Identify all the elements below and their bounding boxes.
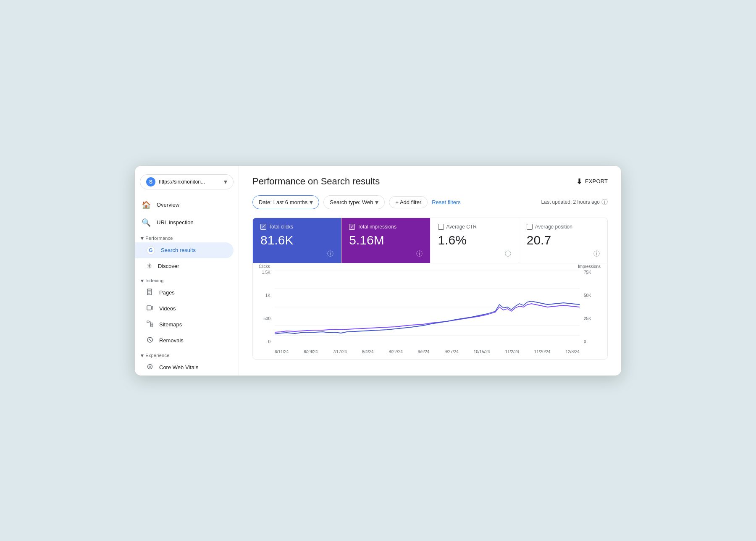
metric-checkbox-avg-position[interactable] [527, 224, 533, 230]
core-web-vitals-icon [147, 363, 153, 372]
y-label: 500 [263, 316, 270, 321]
metric-value-avg-position: 20.7 [527, 233, 600, 247]
sidebar: S https://sirixmonitori... ▾ 🏠 Overview … [135, 166, 239, 376]
checkmark-icon: ✓ [350, 224, 354, 229]
y-label: 1.5K [262, 270, 270, 275]
x-label: 7/17/24 [333, 349, 347, 354]
videos-icon [147, 305, 153, 313]
y-label: 25K [584, 316, 591, 321]
sitemaps-icon [147, 320, 153, 329]
last-updated: Last updated: 2 hours ago ⓘ [541, 198, 608, 206]
y-label: 0 [268, 339, 270, 344]
search-type-label: Search type: Web [330, 199, 373, 205]
sidebar-section-experience[interactable]: ▾ Experience [135, 349, 239, 360]
x-label: 8/4/24 [362, 349, 374, 354]
metric-label: Average CTR [446, 224, 477, 230]
date-filter-button[interactable]: Date: Last 6 months ▾ [252, 195, 319, 209]
help-icon[interactable]: ⓘ [505, 250, 511, 258]
removals-icon [147, 336, 153, 345]
reset-filters-label: Reset filters [432, 199, 461, 205]
metric-card-total-impressions[interactable]: ✓ Total impressions 5.16M ⓘ [341, 218, 430, 263]
svg-rect-4 [147, 306, 151, 310]
x-label: 11/2/24 [505, 349, 519, 354]
sidebar-item-overview[interactable]: 🏠 Overview [135, 196, 234, 214]
main-content: Performance on Search results ⬇ EXPORT D… [239, 166, 621, 376]
metric-checkbox-avg-ctr[interactable] [438, 224, 444, 230]
metric-card-header: ✓ Total clicks [260, 224, 333, 230]
metric-value-avg-ctr: 1.6% [438, 233, 511, 247]
sidebar-item-url-inspection[interactable]: 🔍 URL inspection [135, 214, 234, 231]
metric-card-total-clicks[interactable]: ✓ Total clicks 81.6K ⓘ [253, 218, 341, 263]
x-label: 6/11/24 [275, 349, 289, 354]
metric-card-header: Average position [527, 224, 600, 230]
chart-area: Clicks Impressions 1.5K 1K 500 0 75K 50K… [258, 270, 601, 354]
chart-container: Clicks Impressions 1.5K 1K 500 0 75K 50K… [252, 263, 608, 360]
filters-row: Date: Last 6 months ▾ Search type: Web ▾… [252, 195, 608, 209]
site-selector[interactable]: S https://sirixmonitori... ▾ [140, 174, 234, 189]
sidebar-section-label: Performance [145, 236, 173, 241]
sidebar-item-label: Pages [159, 289, 175, 296]
sidebar-section-label: Indexing [145, 278, 163, 283]
y-label: 50K [584, 293, 591, 298]
sidebar-item-label: Overview [157, 202, 179, 208]
add-filter-button[interactable]: + Add filter [389, 196, 428, 208]
main-header: Performance on Search results ⬇ EXPORT [252, 176, 608, 187]
sidebar-item-core-web-vitals[interactable]: Core Web Vitals [135, 360, 234, 376]
export-button[interactable]: ⬇ EXPORT [576, 177, 608, 186]
sidebar-item-sitemaps[interactable]: Sitemaps [135, 317, 234, 333]
svg-line-9 [149, 339, 151, 341]
chart-y-title-left: Clicks [259, 264, 270, 269]
sidebar-item-label: Sitemaps [159, 321, 182, 328]
sidebar-item-label: URL inspection [157, 219, 194, 226]
help-icon[interactable]: ⓘ [416, 250, 423, 258]
help-icon[interactable]: ⓘ [593, 250, 600, 258]
chevron-down-icon: ▾ [224, 178, 227, 186]
chart-svg [275, 270, 580, 344]
sidebar-item-videos[interactable]: Videos [135, 301, 234, 317]
export-icon: ⬇ [576, 177, 583, 186]
discover-icon: ✳ [147, 262, 152, 270]
app-window: S https://sirixmonitori... ▾ 🏠 Overview … [134, 165, 622, 376]
search-icon: 🔍 [142, 218, 151, 227]
metric-value-total-impressions: 5.16M [349, 233, 422, 247]
sidebar-section-performance[interactable]: ▾ Performance [135, 231, 239, 242]
sidebar-item-pages[interactable]: Pages [135, 285, 234, 301]
x-label: 12/8/24 [566, 349, 580, 354]
export-label: EXPORT [585, 178, 608, 184]
chevron-down-icon: ▾ [141, 352, 144, 359]
impressions-line [275, 304, 580, 332]
chevron-down-icon: ▾ [141, 235, 144, 242]
search-type-filter-button[interactable]: Search type: Web ▾ [323, 195, 385, 209]
chevron-down-icon: ▾ [141, 277, 144, 284]
x-label: 11/20/24 [534, 349, 551, 354]
sidebar-item-label: Discover [158, 263, 179, 269]
help-icon[interactable]: ⓘ [327, 250, 333, 258]
sidebar-item-label: Videos [159, 305, 176, 312]
metric-label: Total clicks [269, 224, 293, 230]
x-label: 8/22/24 [388, 349, 402, 354]
sidebar-section-label: Experience [145, 353, 169, 358]
sidebar-item-discover[interactable]: ✳ Discover [135, 258, 234, 274]
metric-cards: ✓ Total clicks 81.6K ⓘ ✓ Total impressio… [252, 218, 608, 263]
last-updated-text: Last updated: 2 hours ago [541, 199, 600, 205]
sidebar-item-label: Core Web Vitals [159, 364, 198, 370]
help-icon[interactable]: ⓘ [601, 198, 608, 206]
add-filter-label: + Add filter [395, 199, 421, 205]
google-icon: G [147, 246, 155, 255]
x-label: 9/9/24 [418, 349, 430, 354]
chart-y-labels-left: 1.5K 1K 500 0 [258, 270, 273, 344]
sidebar-section-indexing[interactable]: ▾ Indexing [135, 274, 239, 285]
metric-checkbox-total-clicks[interactable]: ✓ [260, 224, 266, 230]
svg-rect-6 [151, 323, 153, 325]
reset-filters-button[interactable]: Reset filters [432, 199, 461, 205]
metric-card-avg-ctr[interactable]: Average CTR 1.6% ⓘ [430, 218, 519, 263]
sidebar-item-search-results[interactable]: G Search results [135, 242, 234, 258]
chart-svg-area [275, 270, 580, 344]
metric-card-avg-position[interactable]: Average position 20.7 ⓘ [519, 218, 607, 263]
x-label: 10/15/24 [474, 349, 490, 354]
metric-checkbox-total-impressions[interactable]: ✓ [349, 224, 355, 230]
checkmark-icon: ✓ [262, 224, 265, 229]
metric-card-header: Average CTR [438, 224, 511, 230]
svg-point-11 [149, 366, 151, 368]
sidebar-item-removals[interactable]: Removals [135, 333, 234, 349]
